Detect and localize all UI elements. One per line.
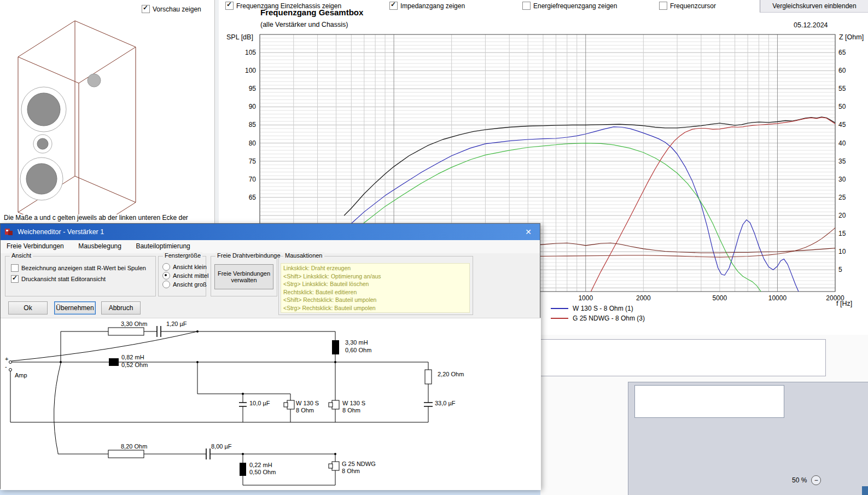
label-speaker1-impedance: 8 Ohm	[296, 407, 314, 414]
label-inductor1-resistance: 0,52 Ohm	[121, 362, 148, 368]
junction-dots	[60, 330, 336, 455]
speaker-box-preview	[0, 0, 214, 214]
group-freie-drahtverbindungen: Freie Drahtverbindunge Freie Verbindunge…	[211, 256, 277, 296]
label-resistor-top: 3,30 Ohm	[121, 321, 147, 327]
label-amp-minus: -	[5, 363, 7, 370]
label-capacitor-top: 1,20 µF	[166, 321, 187, 327]
label-capacitor-bottom: 8,00 µF	[211, 443, 232, 450]
radio-ansicht-klein[interactable]: Ansicht klein	[162, 263, 207, 271]
label-amp-plus: +	[5, 356, 8, 362]
zoom-out-button[interactable]: −	[811, 475, 821, 485]
mouse-action-line: <Shift> Linksklick: Optimierung an/aus	[283, 272, 467, 281]
uebernehmen-button[interactable]: Übernehmen	[54, 301, 96, 315]
dialog-title: Weicheneditor - Verstärker 1	[18, 228, 104, 236]
group-mausaktionen: Mausaktionen Linksklick: Draht erzeugen …	[278, 256, 473, 315]
mouse-action-line: Rechtsklick: Bauteil editieren	[283, 288, 467, 296]
label-zobel-capacitor: 33,0 µF	[435, 400, 456, 406]
abbruch-button[interactable]: Abbruch	[101, 301, 141, 315]
group-label: Freie Drahtverbindunge	[215, 252, 282, 259]
group-label: Ansicht	[10, 252, 33, 259]
mouse-action-line: Linksklick: Draht erzeugen	[283, 264, 467, 272]
radio-label: Ansicht mittel	[173, 272, 208, 279]
checkbox-druckansicht[interactable]: Druckansicht statt Editoransicht	[11, 275, 106, 283]
group-ansicht: Ansicht Bezeichnung anzeigen statt R-Wer…	[5, 256, 156, 296]
label-inductor3-resistance: 0,50 Ohm	[249, 469, 276, 475]
checkbox-label: Bezeichnung anzeigen statt R-Wert bei Sp…	[21, 265, 146, 271]
radio-ansicht-mittel[interactable]: Ansicht mittel	[162, 272, 208, 279]
preview-caption: Die Maße a und c gelten jeweils ab der l…	[4, 214, 188, 222]
group-fenstergroesse: Fenstergröße Ansicht klein Ansicht mitte…	[158, 256, 206, 296]
label-zobel-resistor: 2,20 Ohm	[438, 371, 464, 377]
weicheneditor-dialog: Weicheneditor - Verstärker 1 ✕ Freie Ver…	[0, 223, 540, 489]
mouse-action-line: <Strg> Linksklick: Bauteil löschen	[283, 280, 467, 288]
dialog-titlebar[interactable]: Weicheneditor - Verstärker 1 ✕	[1, 224, 540, 240]
close-icon[interactable]: ✕	[523, 227, 533, 237]
radio-circle-icon	[162, 263, 170, 271]
radio-ansicht-gross[interactable]: Ansicht groß	[162, 281, 207, 288]
label-speaker3-name: G 25 NDWG	[342, 461, 376, 467]
label-inductor2-value: 3,30 mH	[345, 339, 368, 346]
menu-freie-verbindungen[interactable]: Freie Verbindungen	[1, 240, 70, 253]
zoom-value: 50 %	[792, 476, 807, 484]
label-speaker1-name: W 130 S	[296, 400, 319, 406]
label-inductor1-value: 0,82 mH	[121, 354, 144, 360]
app-root: { "preview": { "checkbox_label": "Vorsch…	[0, 0, 868, 495]
preview-panel: Vorschau zeigen Die Maße a und c gelten …	[0, 0, 215, 224]
legend-item: G 25 NDWG - 8 Ohm (3)	[551, 315, 645, 322]
mouse-actions-info: Linksklick: Draht erzeugen <Shift> Links…	[281, 263, 470, 313]
label-resistor-bottom: 8,20 Ohm	[121, 443, 147, 450]
label-shunt-capacitor: 10,0 µF	[249, 400, 270, 406]
mouse-action-line: <Shift> Rechtsklick: Bauteil umpolen	[283, 296, 467, 304]
app-icon	[4, 228, 13, 236]
zoom-control: 50 % −	[792, 475, 821, 485]
label-speaker2-impedance: 8 Ohm	[342, 407, 360, 414]
radio-label: Ansicht groß	[173, 281, 207, 288]
legend-swatch-blue	[551, 308, 568, 309]
group-label: Mausaktionen	[283, 252, 324, 259]
checkbox-box-icon	[11, 264, 19, 272]
radio-circle-icon	[162, 272, 170, 279]
background-panel	[634, 385, 784, 418]
label-amp: Amp	[15, 372, 27, 378]
label-inductor3-value: 0,22 mH	[249, 462, 272, 468]
label-speaker2-name: W 130 S	[342, 400, 365, 406]
window-corner	[862, 486, 868, 495]
label-speaker3-impedance: 8 Ohm	[342, 468, 360, 474]
checkbox-bezeichnung-statt-rwert[interactable]: Bezeichnung anzeigen statt R-Wert bei Sp…	[11, 264, 146, 272]
menu-bauteiloptimierung[interactable]: Bauteiloptimierung	[130, 240, 196, 253]
legend-swatch-red	[551, 318, 568, 319]
background-frame	[540, 339, 826, 376]
legend-label: W 130 S - 8 Ohm (1)	[573, 305, 633, 312]
group-label: Fenstergröße	[163, 252, 202, 259]
legend-item: W 130 S - 8 Ohm (1)	[551, 305, 633, 312]
legend-label: G 25 NDWG - 8 Ohm (3)	[573, 315, 645, 322]
radio-circle-icon	[162, 281, 170, 288]
checkbox-label: Druckansicht statt Editoransicht	[21, 276, 106, 282]
radio-label: Ansicht klein	[173, 264, 207, 270]
menu-mausbelegung[interactable]: Mausbelegung	[72, 240, 127, 253]
ok-button[interactable]: Ok	[8, 301, 48, 315]
checkbox-box-icon	[11, 275, 19, 283]
freie-verbindungen-verwalten-button[interactable]: Freie Verbindungen verwalten	[214, 264, 273, 289]
driver-circles	[20, 74, 101, 200]
minus-icon: −	[814, 476, 818, 484]
label-inductor2-resistance: 0,60 Ohm	[345, 347, 371, 353]
mouse-action-line: <Strg> Rechtsklick: Bauteil umpolen	[283, 304, 467, 312]
